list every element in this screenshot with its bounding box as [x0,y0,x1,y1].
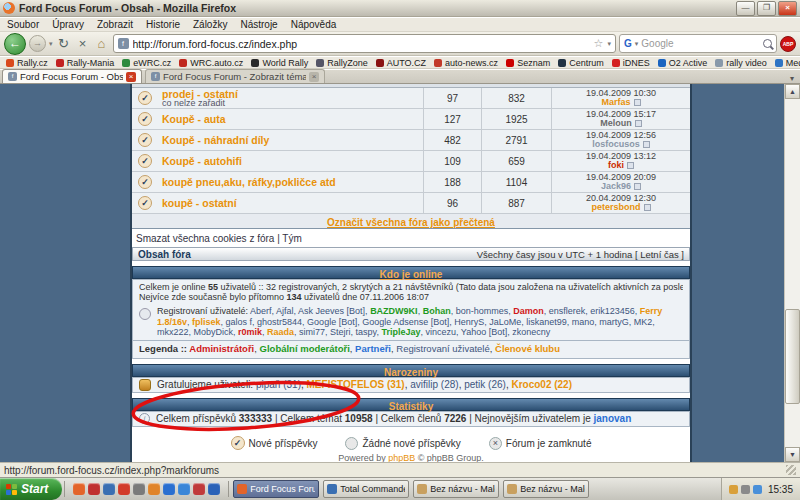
tab-close-icon[interactable]: × [309,72,319,82]
quick-launch-save-icon[interactable] [103,483,115,495]
vertical-scrollbar[interactable]: ▲ ▼ [784,84,800,462]
scrollbar-thumb[interactable] [785,309,800,404]
bookmark-item[interactable]: AUTO.CZ [376,58,426,68]
last-post-user[interactable]: losfocusos [592,140,650,150]
bookmark-item[interactable]: O2 Active [658,58,708,68]
resize-grip[interactable] [786,465,796,475]
bookmark-item[interactable]: Rally-Mania [56,58,115,68]
history-dropdown-icon[interactable]: ▾ [49,40,53,48]
minimize-button[interactable]: — [736,1,755,16]
last-post-user[interactable]: foki [608,161,634,171]
tray-icon[interactable] [741,485,750,494]
last-post-user[interactable]: Jack96 [601,182,641,192]
task-button[interactable]: Bez názvu - Malování [503,480,589,498]
start-button[interactable]: Start [0,478,62,500]
forum-row: Koupě - auta127192519.04.2009 15:17Melou… [132,109,690,130]
menu-item[interactable]: Zobrazit [97,19,133,30]
quick-launch-tools-icon[interactable] [133,483,145,495]
quick-launch-opera-icon[interactable] [88,483,100,495]
bookmark-item[interactable]: World Rally [251,58,308,68]
tab-close-icon[interactable]: × [126,72,136,82]
view-latest-post-icon[interactable] [634,183,641,190]
list-all-tabs-icon[interactable]: ▾ [786,74,798,83]
tray-icon[interactable] [729,485,738,494]
tab-forum-index[interactable]: f Ford Focus Forum - Obsah × [2,69,142,83]
new-posts-icon [138,133,152,147]
quick-launch-area [73,483,220,495]
who-is-online-link[interactable]: Kdo je online [380,269,443,280]
last-post-user[interactable]: petersbond [591,203,650,213]
search-bar[interactable]: G ▾ Google [619,34,777,53]
posts-count: 887 [481,193,551,213]
clock[interactable]: 15:35 [768,484,793,495]
bookmark-star-icon[interactable]: ☆ [594,37,604,50]
url-dropdown-icon[interactable]: ▾ [607,40,611,48]
menu-item[interactable]: Úpravy [52,19,84,30]
view-latest-post-icon[interactable] [634,99,641,106]
bookmark-item[interactable]: RallyZone [316,58,368,68]
bookmark-item[interactable]: MediaSport [775,58,800,68]
view-latest-post-icon[interactable] [643,141,650,148]
last-post-user[interactable]: Meloun [600,119,642,129]
address-bar[interactable]: f http://forum.ford-focus.cz/index.php ☆… [113,34,616,53]
scroll-down-icon[interactable]: ▼ [785,447,800,462]
new-posts-icon [138,112,152,126]
bookmark-item[interactable]: Centrum [558,58,604,68]
search-engine-dropdown-icon[interactable]: ▾ [635,40,639,48]
forward-button[interactable]: → [29,35,46,52]
view-latest-post-icon[interactable] [644,204,651,211]
menu-item[interactable]: Nápověda [291,19,337,30]
menu-item[interactable]: Záložky [193,19,227,30]
bookmark-item[interactable]: Seznam [506,58,550,68]
task-button[interactable]: Ford Focus Forum - O... [233,480,319,498]
forum-link[interactable]: koupě - ostatní [162,198,237,208]
bookmark-item[interactable]: WRC.auto.cz [179,58,243,68]
tray-icon[interactable] [753,485,762,494]
quick-launch-firefox-icon[interactable] [73,483,85,495]
menu-item[interactable]: Nástroje [240,19,277,30]
reload-button[interactable]: ↻ [56,36,72,51]
menu-item[interactable]: Soubor [7,19,39,30]
menu-item[interactable]: Historie [146,19,180,30]
bookmark-item[interactable]: iDNES [612,58,650,68]
scroll-up-icon[interactable]: ▲ [785,84,800,99]
quick-launch-thunderbird-icon[interactable] [208,483,220,495]
quick-launch-ie-icon[interactable] [163,483,175,495]
title-bar[interactable]: Ford Focus Forum - Obsah - Mozilla Firef… [0,0,800,17]
forum-link[interactable]: Koupě - autohifi [162,156,242,166]
quick-launch-media-icon[interactable] [148,483,160,495]
quick-launch-mail-icon[interactable] [118,483,130,495]
forum-link[interactable]: Koupě - náhradní díly [162,135,269,145]
forum-name-cell: koupě pneu,aku, ráfky,pokličce atd [158,172,423,192]
task-button[interactable]: Total Commander 7.0... [323,480,409,498]
view-latest-post-icon[interactable] [627,162,634,169]
url-text[interactable]: http://forum.ford-focus.cz/index.php [133,38,590,50]
tab-view-topic[interactable]: f Ford Focus Forum - Zobrazit téma - 30.… [145,69,325,83]
task-button[interactable]: Bez názvu - Malování [413,480,499,498]
bookmark-item[interactable]: auto-news.cz [434,58,498,68]
search-icon[interactable] [763,39,772,48]
new-posts-icon [231,436,245,450]
delete-cookies-link[interactable]: Smazat všechna cookies z fóra | Tým [136,233,686,244]
tab-bar: f Ford Focus Forum - Obsah × f Ford Focu… [0,70,800,84]
stop-button[interactable]: × [75,36,91,51]
board-index-link[interactable]: Obsah fóra [138,249,191,260]
forum-link[interactable]: koupě pneu,aku, ráfky,pokličce atd [162,177,336,187]
last-post-user[interactable]: Marfas [601,98,640,108]
bookmark-item[interactable]: Rally.cz [6,58,48,68]
maximize-button[interactable]: ❐ [757,1,776,16]
quick-launch-messenger-icon[interactable] [178,483,190,495]
search-placeholder[interactable]: Google [641,38,760,49]
forum-link[interactable]: prodej - ostatní [162,89,238,99]
close-button[interactable]: × [778,1,797,16]
view-latest-post-icon[interactable] [635,120,642,127]
home-button[interactable]: ⌂ [94,36,110,51]
mark-forums-read-link[interactable]: Označit všechna fóra jako přečtená [327,217,495,228]
quick-launch-winamp-icon[interactable] [193,483,205,495]
forum-link[interactable]: Koupě - auta [162,114,226,124]
bookmark-item[interactable]: eWRC.cz [122,58,171,68]
back-button[interactable]: ← [4,33,26,55]
bookmark-favicon [251,59,259,67]
adblock-icon[interactable]: ABP [780,36,796,52]
bookmark-item[interactable]: rally video [715,58,767,68]
